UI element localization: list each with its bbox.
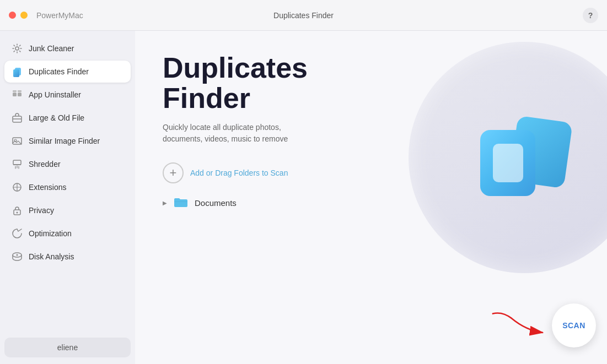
svg-rect-3 (13, 69, 19, 77)
titlebar: PowerMyMac Duplicates Finder ? (0, 0, 607, 31)
user-profile[interactable]: eliene (4, 338, 131, 357)
svg-rect-12 (13, 160, 21, 165)
app-icon (11, 89, 23, 101)
sidebar-label-duplicates-finder: Duplicates Finder (29, 67, 89, 76)
sidebar-item-shredder[interactable]: Shredder (4, 153, 131, 175)
sidebar-item-similar-image-finder[interactable]: Similar Image Finder (4, 130, 131, 152)
sidebar-label-similar-image-finder: Similar Image Finder (29, 137, 100, 145)
app-name: PowerMyMac (36, 11, 83, 20)
disk-icon (11, 251, 23, 263)
svg-rect-4 (13, 93, 17, 96)
chevron-right-icon: ▶ (163, 200, 167, 206)
extensions-icon (11, 181, 23, 193)
minimize-button[interactable] (20, 12, 28, 19)
sidebar-label-disk-analysis: Disk Analysis (29, 252, 74, 261)
sidebar-item-app-uninstaller[interactable]: App Uninstaller (4, 84, 131, 106)
add-circle-icon: + (163, 162, 184, 183)
svg-point-19 (17, 212, 18, 214)
sidebar-label-shredder: Shredder (29, 160, 61, 169)
sidebar-item-large-old-file[interactable]: Large & Old File (4, 107, 131, 129)
svg-rect-7 (18, 90, 22, 92)
sidebar-item-disk-analysis[interactable]: Disk Analysis (4, 246, 131, 268)
briefcase-icon (11, 112, 23, 124)
page-inner (493, 144, 523, 182)
sidebar-item-privacy[interactable]: Privacy (4, 199, 131, 221)
main-layout: Junk Cleaner Duplicates Finder (0, 31, 607, 364)
gear-icon (11, 42, 23, 55)
image-icon (11, 135, 23, 147)
scan-area: SCAN (486, 303, 596, 347)
decorative-circle (409, 42, 607, 273)
duplicate-graphic (480, 113, 568, 202)
user-label: eliene (57, 343, 78, 352)
help-button[interactable]: ? (583, 8, 598, 23)
sidebar-label-large-old-file: Large & Old File (29, 113, 84, 122)
sidebar-label-extensions: Extensions (29, 183, 66, 192)
folder-name: Documents (195, 198, 237, 208)
sidebar-label-optimization: Optimization (29, 229, 72, 238)
add-folder-label: Add or Drag Folders to Scan (190, 169, 288, 177)
close-button[interactable] (9, 12, 16, 19)
scan-button[interactable]: SCAN (552, 303, 596, 347)
sidebar-label-junk-cleaner: Junk Cleaner (29, 44, 74, 53)
sidebar-item-junk-cleaner[interactable]: Junk Cleaner (4, 37, 131, 59)
shredder-icon (11, 158, 23, 170)
svg-point-21 (17, 254, 18, 256)
window-controls (9, 12, 28, 19)
sidebar-item-duplicates-finder[interactable]: Duplicates Finder (4, 61, 131, 83)
page-title: DuplicatesFinder (163, 53, 372, 113)
content-area: DuplicatesFinder Quickly locate all dupl… (135, 31, 607, 364)
svg-point-0 (15, 47, 19, 50)
sidebar-item-optimization[interactable]: Optimization (4, 222, 131, 245)
scan-arrow-icon (486, 309, 552, 342)
optimization-icon (11, 227, 23, 240)
sidebar-label-privacy: Privacy (29, 206, 54, 215)
sidebar: Junk Cleaner Duplicates Finder (0, 31, 135, 364)
sidebar-label-app-uninstaller: App Uninstaller (29, 90, 81, 99)
svg-rect-5 (18, 93, 22, 96)
svg-rect-6 (13, 90, 17, 92)
folder-icon (173, 194, 189, 211)
sidebar-item-extensions[interactable]: Extensions (4, 176, 131, 198)
privacy-icon (11, 204, 23, 216)
page-description: Quickly locate all duplicate photos, doc… (163, 122, 317, 145)
page-front (480, 130, 535, 196)
titlebar-center-title: Duplicates Finder (273, 11, 334, 20)
scan-button-label: SCAN (562, 321, 585, 330)
duplicate-icon (11, 66, 23, 78)
